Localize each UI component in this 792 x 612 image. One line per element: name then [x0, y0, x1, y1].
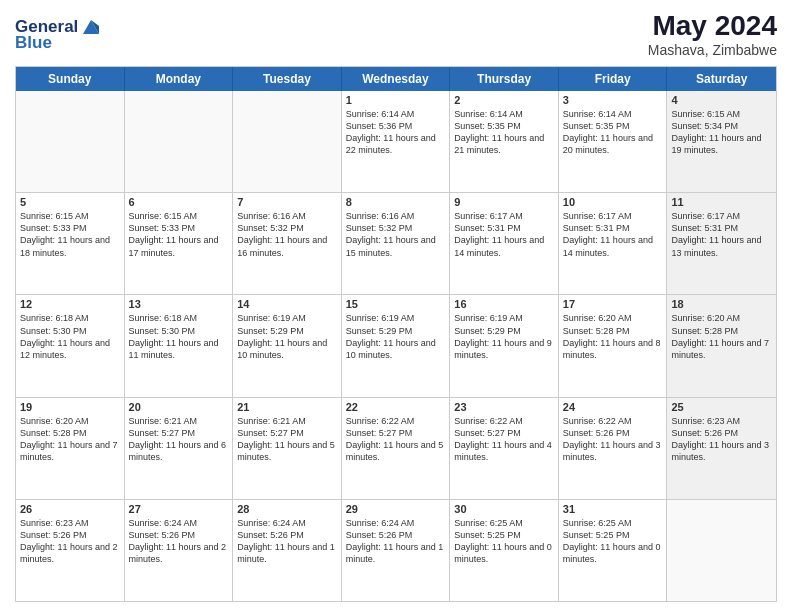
- header-day-friday: Friday: [559, 67, 668, 91]
- day-info: Sunrise: 6:14 AMSunset: 5:35 PMDaylight:…: [454, 108, 554, 157]
- day-cell-5: 5Sunrise: 6:15 AMSunset: 5:33 PMDaylight…: [16, 193, 125, 294]
- daylight-hours: Daylight: 11 hours and 0 minutes.: [563, 541, 663, 565]
- day-number: 29: [346, 503, 446, 515]
- sunrise: Sunrise: 6:17 AM: [454, 210, 554, 222]
- daylight-hours: Daylight: 11 hours and 10 minutes.: [237, 337, 337, 361]
- day-number: 6: [129, 196, 229, 208]
- day-cell-7: 7Sunrise: 6:16 AMSunset: 5:32 PMDaylight…: [233, 193, 342, 294]
- sunrise: Sunrise: 6:23 AM: [671, 415, 772, 427]
- day-info: Sunrise: 6:22 AMSunset: 5:26 PMDaylight:…: [563, 415, 663, 464]
- sunrise: Sunrise: 6:15 AM: [129, 210, 229, 222]
- day-number: 5: [20, 196, 120, 208]
- day-number: 8: [346, 196, 446, 208]
- day-cell-28: 28Sunrise: 6:24 AMSunset: 5:26 PMDayligh…: [233, 500, 342, 601]
- logo-blue: Blue: [15, 34, 101, 51]
- daylight-hours: Daylight: 11 hours and 3 minutes.: [563, 439, 663, 463]
- day-cell-30: 30Sunrise: 6:25 AMSunset: 5:25 PMDayligh…: [450, 500, 559, 601]
- day-cell-21: 21Sunrise: 6:21 AMSunset: 5:27 PMDayligh…: [233, 398, 342, 499]
- day-info: Sunrise: 6:14 AMSunset: 5:35 PMDaylight:…: [563, 108, 663, 157]
- sunset: Sunset: 5:28 PM: [20, 427, 120, 439]
- day-info: Sunrise: 6:21 AMSunset: 5:27 PMDaylight:…: [237, 415, 337, 464]
- day-info: Sunrise: 6:18 AMSunset: 5:30 PMDaylight:…: [20, 312, 120, 361]
- sunrise: Sunrise: 6:16 AM: [346, 210, 446, 222]
- empty-cell-r0-c1: [125, 91, 234, 192]
- day-cell-6: 6Sunrise: 6:15 AMSunset: 5:33 PMDaylight…: [125, 193, 234, 294]
- daylight-hours: Daylight: 11 hours and 15 minutes.: [346, 234, 446, 258]
- sunset: Sunset: 5:31 PM: [454, 222, 554, 234]
- sunrise: Sunrise: 6:16 AM: [237, 210, 337, 222]
- sunset: Sunset: 5:29 PM: [454, 325, 554, 337]
- daylight-hours: Daylight: 11 hours and 17 minutes.: [129, 234, 229, 258]
- day-number: 2: [454, 94, 554, 106]
- sunset: Sunset: 5:25 PM: [454, 529, 554, 541]
- sunrise: Sunrise: 6:25 AM: [454, 517, 554, 529]
- daylight-hours: Daylight: 11 hours and 8 minutes.: [563, 337, 663, 361]
- sunrise: Sunrise: 6:19 AM: [454, 312, 554, 324]
- empty-cell-r0-c0: [16, 91, 125, 192]
- daylight-hours: Daylight: 11 hours and 10 minutes.: [346, 337, 446, 361]
- day-number: 27: [129, 503, 229, 515]
- day-info: Sunrise: 6:25 AMSunset: 5:25 PMDaylight:…: [563, 517, 663, 566]
- day-number: 4: [671, 94, 772, 106]
- empty-cell-r0-c2: [233, 91, 342, 192]
- sunrise: Sunrise: 6:21 AM: [129, 415, 229, 427]
- day-info: Sunrise: 6:20 AMSunset: 5:28 PMDaylight:…: [671, 312, 772, 361]
- day-info: Sunrise: 6:15 AMSunset: 5:34 PMDaylight:…: [671, 108, 772, 157]
- day-cell-11: 11Sunrise: 6:17 AMSunset: 5:31 PMDayligh…: [667, 193, 776, 294]
- daylight-hours: Daylight: 11 hours and 18 minutes.: [20, 234, 120, 258]
- sunrise: Sunrise: 6:14 AM: [346, 108, 446, 120]
- sunset: Sunset: 5:27 PM: [346, 427, 446, 439]
- header-day-saturday: Saturday: [667, 67, 776, 91]
- sunrise: Sunrise: 6:24 AM: [129, 517, 229, 529]
- day-info: Sunrise: 6:24 AMSunset: 5:26 PMDaylight:…: [346, 517, 446, 566]
- header-day-tuesday: Tuesday: [233, 67, 342, 91]
- day-number: 28: [237, 503, 337, 515]
- header-day-thursday: Thursday: [450, 67, 559, 91]
- daylight-hours: Daylight: 11 hours and 16 minutes.: [237, 234, 337, 258]
- daylight-hours: Daylight: 11 hours and 4 minutes.: [454, 439, 554, 463]
- day-number: 14: [237, 298, 337, 310]
- day-number: 17: [563, 298, 663, 310]
- daylight-hours: Daylight: 11 hours and 2 minutes.: [20, 541, 120, 565]
- day-cell-23: 23Sunrise: 6:22 AMSunset: 5:27 PMDayligh…: [450, 398, 559, 499]
- day-number: 26: [20, 503, 120, 515]
- day-number: 16: [454, 298, 554, 310]
- daylight-hours: Daylight: 11 hours and 7 minutes.: [671, 337, 772, 361]
- day-cell-27: 27Sunrise: 6:24 AMSunset: 5:26 PMDayligh…: [125, 500, 234, 601]
- day-info: Sunrise: 6:24 AMSunset: 5:26 PMDaylight:…: [237, 517, 337, 566]
- day-cell-15: 15Sunrise: 6:19 AMSunset: 5:29 PMDayligh…: [342, 295, 451, 396]
- day-info: Sunrise: 6:20 AMSunset: 5:28 PMDaylight:…: [563, 312, 663, 361]
- calendar-page: General Blue May 2024 Mashava, Zimbabwe …: [0, 0, 792, 612]
- day-number: 25: [671, 401, 772, 413]
- sunset: Sunset: 5:26 PM: [20, 529, 120, 541]
- header-day-sunday: Sunday: [16, 67, 125, 91]
- calendar-row-2: 5Sunrise: 6:15 AMSunset: 5:33 PMDaylight…: [16, 193, 776, 295]
- day-info: Sunrise: 6:23 AMSunset: 5:26 PMDaylight:…: [20, 517, 120, 566]
- day-cell-22: 22Sunrise: 6:22 AMSunset: 5:27 PMDayligh…: [342, 398, 451, 499]
- sunrise: Sunrise: 6:24 AM: [346, 517, 446, 529]
- day-info: Sunrise: 6:17 AMSunset: 5:31 PMDaylight:…: [671, 210, 772, 259]
- daylight-hours: Daylight: 11 hours and 7 minutes.: [20, 439, 120, 463]
- daylight-hours: Daylight: 11 hours and 6 minutes.: [129, 439, 229, 463]
- sunrise: Sunrise: 6:24 AM: [237, 517, 337, 529]
- month-year: May 2024: [648, 10, 777, 42]
- daylight-hours: Daylight: 11 hours and 19 minutes.: [671, 132, 772, 156]
- day-number: 31: [563, 503, 663, 515]
- header-day-wednesday: Wednesday: [342, 67, 451, 91]
- day-cell-26: 26Sunrise: 6:23 AMSunset: 5:26 PMDayligh…: [16, 500, 125, 601]
- day-info: Sunrise: 6:22 AMSunset: 5:27 PMDaylight:…: [454, 415, 554, 464]
- day-number: 10: [563, 196, 663, 208]
- sunset: Sunset: 5:31 PM: [671, 222, 772, 234]
- sunrise: Sunrise: 6:22 AM: [346, 415, 446, 427]
- day-cell-17: 17Sunrise: 6:20 AMSunset: 5:28 PMDayligh…: [559, 295, 668, 396]
- logo-icon: [81, 16, 101, 36]
- sunset: Sunset: 5:26 PM: [671, 427, 772, 439]
- sunset: Sunset: 5:28 PM: [671, 325, 772, 337]
- day-number: 7: [237, 196, 337, 208]
- sunset: Sunset: 5:34 PM: [671, 120, 772, 132]
- day-cell-31: 31Sunrise: 6:25 AMSunset: 5:25 PMDayligh…: [559, 500, 668, 601]
- sunrise: Sunrise: 6:14 AM: [454, 108, 554, 120]
- sunrise: Sunrise: 6:15 AM: [20, 210, 120, 222]
- sunset: Sunset: 5:27 PM: [454, 427, 554, 439]
- sunset: Sunset: 5:32 PM: [346, 222, 446, 234]
